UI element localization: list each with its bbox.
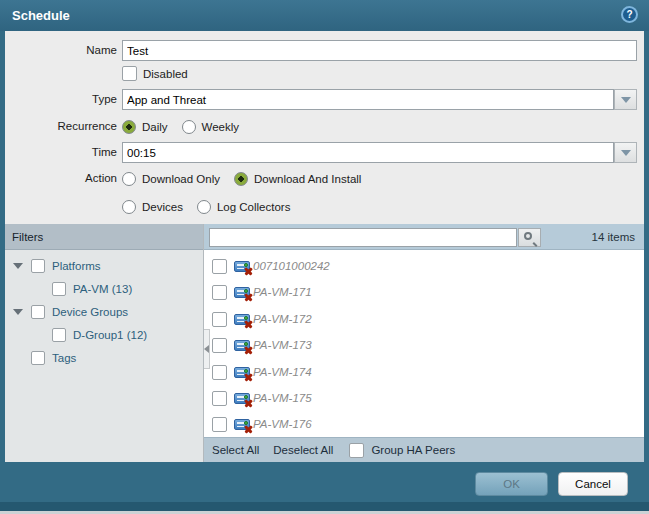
tree-item-tags[interactable]: Tags [31, 347, 76, 369]
tree-item-label: Device Groups [52, 306, 128, 318]
disabled-checkbox[interactable] [122, 66, 137, 81]
target-log-collectors-radio[interactable] [197, 200, 211, 214]
cancel-button[interactable]: Cancel [558, 472, 628, 496]
tree-item-label: Platforms [52, 260, 101, 272]
list-footer: Select All Deselect All Group HA Peers [204, 437, 644, 462]
device-row[interactable]: PA-VM-175 [204, 385, 644, 411]
device-name: PA-VM-176 [253, 418, 312, 430]
name-label: Name [5, 40, 117, 61]
device-row[interactable]: PA-VM-173 [204, 332, 644, 358]
device-name: 007101000242 [253, 260, 330, 272]
filters-panel: Filters Platforms PA-VM (13) Device Grou… [5, 224, 203, 462]
expander-icon[interactable] [13, 309, 23, 315]
device-row[interactable]: PA-VM-174 [204, 359, 644, 385]
recurrence-radio-group: Daily Weekly [122, 116, 239, 137]
firewall-disconnected-icon [234, 314, 250, 325]
action-radio-group: Download Only Download And Install [122, 168, 361, 189]
recurrence-weekly-label: Weekly [202, 121, 240, 133]
time-input[interactable] [122, 142, 614, 163]
device-name: PA-VM-171 [253, 286, 312, 298]
device-name: PA-VM-172 [253, 313, 312, 325]
dialog-bottom-border [0, 502, 649, 511]
device-checkbox[interactable] [212, 391, 227, 406]
group-ha-peers-label: Group HA Peers [371, 444, 455, 456]
time-dropdown-button[interactable] [614, 142, 637, 163]
action-label: Action [5, 168, 117, 189]
items-count: 14 items [592, 224, 635, 250]
device-checkbox[interactable] [212, 338, 227, 353]
firewall-disconnected-icon [234, 419, 250, 430]
pa-vm-checkbox[interactable] [52, 282, 66, 296]
search-button[interactable] [518, 228, 541, 247]
tree-item-label: PA-VM (13) [73, 283, 132, 295]
device-list-panel: 14 items 007101000242 PA-VM-171 PA-VM-17… [203, 224, 644, 462]
deselect-all-button[interactable]: Deselect All [273, 444, 333, 456]
device-groups-checkbox[interactable] [31, 305, 45, 319]
device-checkbox[interactable] [212, 312, 227, 327]
name-input[interactable] [122, 40, 637, 61]
type-combobox [122, 89, 637, 110]
firewall-disconnected-icon [234, 367, 250, 378]
tree-item-platforms[interactable]: Platforms [13, 255, 101, 277]
target-devices-radio[interactable] [122, 200, 136, 214]
time-label: Time [5, 142, 117, 163]
help-icon[interactable]: ? [621, 6, 638, 23]
device-row[interactable]: PA-VM-171 [204, 279, 644, 305]
tree-item-pa-vm[interactable]: PA-VM (13) [52, 278, 132, 300]
search-bar: 14 items [204, 224, 644, 250]
action-download-install-radio[interactable] [234, 172, 248, 186]
device-row[interactable]: PA-VM-172 [204, 306, 644, 332]
search-input[interactable] [209, 228, 517, 247]
device-row[interactable]: PA-VM-176 [204, 411, 644, 437]
tags-checkbox[interactable] [31, 351, 45, 365]
tree-item-device-groups[interactable]: Device Groups [13, 301, 128, 323]
firewall-disconnected-icon [234, 340, 250, 351]
disabled-label: Disabled [143, 68, 188, 80]
search-icon [524, 232, 532, 240]
select-all-button[interactable]: Select All [212, 444, 259, 456]
device-row[interactable]: 007101000242 [204, 253, 644, 279]
action-download-only-radio[interactable] [122, 172, 136, 186]
time-combobox [122, 142, 637, 163]
device-checkbox[interactable] [212, 365, 227, 380]
recurrence-weekly-radio[interactable] [182, 120, 196, 134]
title-bar: Schedule ? [0, 0, 649, 31]
schedule-dialog: Schedule ? Name Disabled Type Recurrence… [0, 0, 649, 514]
action-download-only-label: Download Only [142, 173, 220, 185]
filters-header: Filters [5, 224, 203, 250]
ok-button[interactable]: OK [475, 472, 548, 496]
type-input[interactable] [122, 89, 614, 110]
dialog-title: Schedule [12, 8, 70, 23]
device-name: PA-VM-174 [253, 366, 312, 378]
firewall-disconnected-icon [234, 287, 250, 298]
device-name: PA-VM-175 [253, 392, 312, 404]
target-radio-group: Devices Log Collectors [122, 196, 290, 217]
firewall-disconnected-icon [234, 261, 250, 272]
device-list: 007101000242 PA-VM-171 PA-VM-172 PA-VM-1… [204, 251, 644, 436]
device-checkbox[interactable] [212, 417, 227, 432]
tree-item-label: D-Group1 (12) [73, 329, 147, 341]
recurrence-daily-radio[interactable] [122, 120, 136, 134]
device-checkbox[interactable] [212, 285, 227, 300]
group-ha-peers-checkbox[interactable] [349, 443, 364, 458]
chevron-down-icon [621, 97, 631, 103]
action-download-install-label: Download And Install [254, 173, 361, 185]
type-dropdown-button[interactable] [614, 89, 637, 110]
target-devices-label: Devices [142, 201, 183, 213]
device-checkbox[interactable] [212, 259, 227, 274]
firewall-disconnected-icon [234, 393, 250, 404]
tree-item-label: Tags [52, 352, 76, 364]
type-label: Type [5, 89, 117, 110]
chevron-down-icon [621, 150, 631, 156]
tree-item-d-group1[interactable]: D-Group1 (12) [52, 324, 147, 346]
recurrence-label: Recurrence [5, 116, 117, 137]
platforms-checkbox[interactable] [31, 259, 45, 273]
device-name: PA-VM-173 [253, 339, 312, 351]
recurrence-daily-label: Daily [142, 121, 168, 133]
d-group1-checkbox[interactable] [52, 328, 66, 342]
schedule-form: Name Disabled Type Recurrence Daily Week… [5, 31, 644, 224]
target-log-collectors-label: Log Collectors [217, 201, 291, 213]
expander-icon[interactable] [13, 263, 23, 269]
